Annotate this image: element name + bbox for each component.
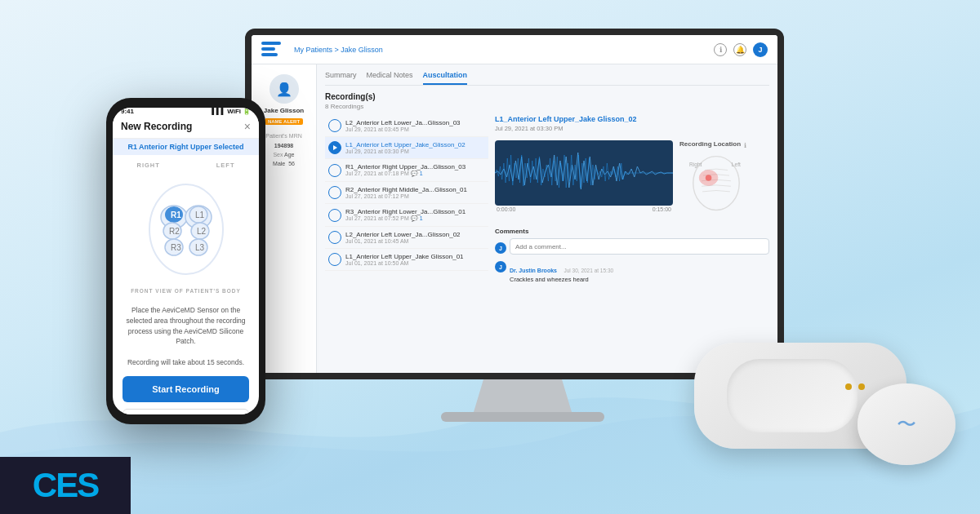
body-diagram-svg: Right Left — [679, 151, 753, 216]
tab-bar: Summary Medical Notes Auscultation — [325, 71, 769, 86]
active-recording-title: L1_Anterior Left Upper_Jake Glisson_02 — [495, 115, 769, 123]
user-comment-avatar: J — [495, 242, 506, 254]
start-recording-button[interactable]: Start Recording — [122, 376, 249, 402]
contact-2 — [858, 383, 865, 390]
app-logo — [261, 42, 281, 58]
medical-device: 〜 — [678, 302, 956, 465]
recording-location: Recording Location ℹ — [679, 140, 769, 219]
sensor-device: 〜 — [858, 383, 956, 465]
patient-info: Patient's MRN 194898 Sex Age Male 56 — [265, 131, 302, 168]
recording-item-active[interactable]: L1_Anterior Left Upper_Jake_Glisson_02 J… — [325, 137, 488, 159]
recording-item-7[interactable]: L1_Anterior Left Upper_Jake Glisson_01 J… — [325, 249, 488, 271]
right-label: RIGHT — [137, 162, 160, 169]
monitor-stand — [474, 379, 572, 412]
modal-title: New Recording — [121, 121, 192, 132]
tab-medical-notes[interactable]: Medical Notes — [367, 71, 413, 85]
breadcrumb: My Patients > Jake Glisson — [294, 46, 383, 54]
phone: 9:41 ▌▌▌ WiFi 🔋 New Recording × R1 Anter… — [106, 98, 265, 424]
front-label: FRONT VIEW OF PATIENT'S BODY — [131, 288, 241, 294]
rec-info-7: L1_Anterior Left Upper_Jake Glisson_01 J… — [345, 253, 485, 266]
svg-text:Left: Left — [732, 162, 741, 167]
comments-section: Comments J J Dr. Justin Brooks — [495, 228, 769, 283]
rec-icon-5 — [328, 209, 341, 222]
rec-icon-3 — [328, 164, 341, 177]
svg-text:R1: R1 — [171, 210, 181, 219]
rec-info-5: R3_Anterior Right Lower_Ja...Glisson_01 … — [345, 208, 485, 222]
header-icons: ℹ 🔔 J — [714, 42, 768, 57]
waveform-area: 0:00:00 0:15:00 — [495, 140, 673, 213]
left-label: LEFT — [216, 162, 235, 169]
svg-point-4 — [706, 175, 712, 181]
app-header: My Patients > Jake Glisson ℹ 🔔 J — [252, 35, 777, 64]
user-avatar[interactable]: J — [753, 42, 768, 57]
rec-info-6: L2_Anterior Left Lower_Ja...Glisson_02 J… — [345, 231, 485, 244]
signal-bars: ▌▌▌ — [212, 108, 225, 115]
recording-item-4[interactable]: R2_Anterior Right Middle_Ja...Glisson_01… — [325, 182, 488, 204]
contact-1 — [845, 383, 852, 390]
patient-name: Jake Glisson — [264, 107, 304, 115]
sensor-logo: 〜 — [897, 411, 916, 437]
svg-text:Right: Right — [689, 162, 702, 168]
phone-status-bar: 9:41 ▌▌▌ WiFi 🔋 — [113, 108, 259, 115]
body-selector-svg: R1 L1 R2 L2 R3 — [133, 172, 239, 286]
phone-modal-header: New Recording × — [113, 115, 259, 139]
svg-text:R3: R3 — [171, 243, 181, 252]
info-icon[interactable]: ℹ — [714, 43, 727, 56]
recording-item[interactable]: L2_Anterior Left Lower_Ja...Glisson_03 J… — [325, 115, 488, 137]
battery-icon: 🔋 — [243, 108, 251, 115]
tab-auscultation[interactable]: Auscultation — [423, 71, 468, 85]
svg-text:L3: L3 — [195, 243, 205, 252]
svg-text:L2: L2 — [197, 227, 207, 236]
svg-point-5 — [149, 184, 223, 274]
device-contacts — [845, 383, 865, 390]
phone-wrapper: 9:41 ▌▌▌ WiFi 🔋 New Recording × R1 Anter… — [106, 98, 265, 424]
body-svg-container: R1 L1 R2 L2 R3 — [133, 172, 239, 286]
comment-entry: J Dr. Justin Brooks Jul 30, 2021 at 15:3… — [495, 261, 769, 283]
recordings-header: Recording(s) — [325, 92, 769, 101]
comments-title: Comments — [495, 228, 769, 235]
active-recording-date: Jul 29, 2021 at 03:30 PM — [495, 125, 769, 132]
rec-icon-2 — [328, 141, 341, 154]
instruction-text: Place the AeviCeMD Sensor on the selecte… — [113, 300, 259, 373]
test-recording-button[interactable]: Test Recording — [122, 409, 249, 415]
rec-icon-4 — [328, 186, 341, 199]
recording-item-5[interactable]: R3_Anterior Right Lower_Ja...Glisson_01 … — [325, 204, 488, 227]
rec-info-4: R2_Anterior Right Middle_Ja...Glisson_01… — [345, 186, 485, 199]
phone-screen: 9:41 ▌▌▌ WiFi 🔋 New Recording × R1 Anter… — [113, 108, 259, 414]
monitor-base — [441, 412, 604, 422]
rec-icon-6 — [328, 231, 341, 244]
waveform-container — [495, 140, 673, 206]
comment-input[interactable] — [510, 238, 769, 255]
rec-icon-1 — [328, 119, 341, 132]
signal-icons: ▌▌▌ WiFi 🔋 — [212, 108, 251, 115]
close-button[interactable]: × — [244, 120, 251, 133]
recording-item-6[interactable]: L2_Anterior Left Lower_Ja...Glisson_02 J… — [325, 227, 488, 249]
body-labels: RIGHT LEFT — [137, 162, 235, 169]
rec-icon-7 — [328, 253, 341, 266]
recording-item-3[interactable]: R1_Anterior Right Upper_Ja...Glisson_03 … — [325, 159, 488, 182]
svg-text:R2: R2 — [169, 227, 180, 236]
recording-list: L2_Anterior Left Lower_Ja...Glisson_03 J… — [325, 115, 488, 370]
rec-info-3: R1_Anterior Right Upper_Ja...Glisson_03 … — [345, 163, 485, 177]
rec-info-1: L2_Anterior Left Lower_Ja...Glisson_03 J… — [345, 119, 485, 132]
device-inner — [727, 359, 858, 432]
phone-time: 9:41 — [121, 108, 134, 115]
selected-location: R1 Anterior Right Upper Selected — [113, 139, 259, 155]
svg-text:L1: L1 — [195, 210, 205, 219]
waveform-time: 0:00:00 0:15:00 — [495, 206, 673, 213]
location-info-icon: ℹ — [744, 142, 746, 149]
bell-icon[interactable]: 🔔 — [733, 43, 746, 56]
body-selector: RIGHT LEFT R1 L1 — [113, 155, 259, 300]
wifi-icon: WiFi — [227, 108, 241, 115]
commenter-avatar: J — [495, 261, 506, 273]
recordings-count: 8 Recordings — [325, 103, 769, 110]
alert-badge: NAME ALERT — [265, 118, 303, 125]
ces-text: CES — [33, 466, 98, 505]
rec-info-2: L1_Anterior Left Upper_Jake_Glisson_02 J… — [345, 141, 485, 154]
ces-badge: CES — [0, 457, 131, 514]
tab-summary[interactable]: Summary — [325, 71, 357, 85]
patient-avatar: 👤 — [270, 74, 299, 104]
